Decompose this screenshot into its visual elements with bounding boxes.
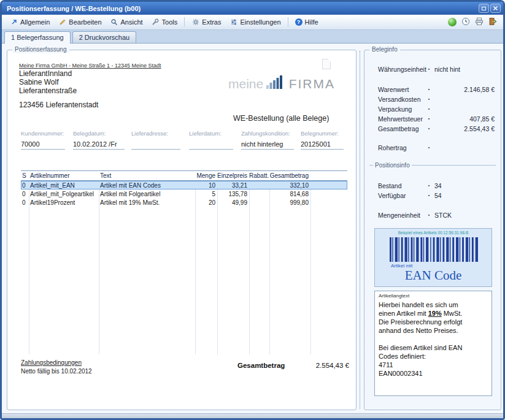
title-bar: Positionserfassung / WE-Bestellung (b00)	[2, 2, 503, 15]
info-value: 407,85 €	[433, 115, 495, 123]
recipient-name: LieferantInnland	[19, 69, 72, 78]
equals-separator: ▪	[425, 213, 433, 217]
cell-einzelpreis: 49,99	[217, 199, 249, 206]
grid-line	[217, 181, 218, 354]
info-label: Versandkosten	[378, 96, 425, 103]
cell-menge: 20	[195, 199, 217, 206]
cell-gesamtbetrag: 999,80	[269, 199, 310, 206]
tab-druckvorschau[interactable]: 2 Druckvorschau	[72, 31, 137, 43]
cell-artikelnummer: Artikel_mit_Folgeartikel	[29, 191, 99, 197]
field-value[interactable]: 10.02.2012 /Fr	[73, 140, 125, 150]
cell-s: 0	[21, 191, 29, 197]
cell-gesamtbetrag: 814,68	[269, 191, 310, 197]
logo-word: meine	[228, 77, 263, 91]
total-value: 2.554,43 €	[280, 362, 349, 369]
positions-table-body: 0 Artikel_mit_EAN Artikel mit EAN Codes …	[21, 181, 347, 207]
equals-separator: ▪	[425, 107, 433, 111]
field-label: Lieferadresse:	[131, 130, 180, 137]
restore-button[interactable]	[479, 4, 489, 13]
field-label: Lieferdatum:	[189, 130, 233, 137]
langtext-line: Codes definiert:	[379, 352, 488, 361]
menu-separator	[288, 17, 288, 27]
recipient-street: Lieferantenstraße	[19, 86, 77, 95]
field-kundennummer: Kundennummer: 70000	[21, 130, 65, 150]
info-value: 2.554,43 €	[433, 125, 495, 132]
col-header-rabatt: Rabatt.	[249, 172, 269, 179]
info-value: nicht hint	[433, 66, 495, 73]
exit-button[interactable]	[488, 17, 497, 27]
info-row-versandkosten: Versandkosten ▪	[378, 95, 495, 103]
panel-separator	[360, 51, 360, 409]
equals-separator: ▪	[425, 67, 433, 71]
info-value: 54	[433, 192, 495, 199]
allgemein-arrow-icon	[10, 18, 18, 26]
cell-menge: 5	[195, 191, 217, 197]
print-button[interactable]	[475, 17, 484, 27]
col-header-menge: Menge	[195, 172, 217, 179]
table-row-selected[interactable]: 0 Artikel_mit_EAN Artikel mit EAN Codes …	[21, 181, 347, 189]
cell-artikelnummer: Artikel19Prozent	[29, 199, 99, 206]
cell-text: Artikel mit EAN Codes	[99, 182, 195, 189]
menu-extras[interactable]: Extras	[187, 17, 225, 28]
langtext-segment: MwSt.	[442, 310, 463, 317]
page-corner-icon	[322, 59, 331, 69]
zahlungsbedingungen-text: Netto fällig bis 10.02.2012	[21, 368, 92, 375]
menu-label: Bearbeiten	[69, 18, 101, 26]
zahlungsbedingungen-link[interactable]: Zahlungsbedingungen	[21, 359, 82, 366]
langtext-line: 4711	[379, 361, 488, 369]
status-globe-icon[interactable]	[448, 18, 457, 26]
info-value: STCK	[433, 212, 495, 219]
col-header-artikelnummer: Artikelnummer	[29, 172, 99, 179]
recipient-contact: Sabine Wolf	[19, 78, 58, 86]
sliders-icon	[229, 18, 237, 26]
grid-line	[195, 181, 196, 354]
clock-button[interactable]	[461, 17, 470, 27]
langtext-line: Die Preisberechnung erfolgt	[379, 318, 488, 326]
field-value[interactable]	[131, 140, 180, 150]
info-label: Bestand	[378, 182, 425, 189]
tab-belegerfassung[interactable]: 1 Belegerfassung	[4, 31, 71, 44]
langtext-line: EAN00002341	[379, 369, 488, 378]
grid-line	[249, 181, 250, 354]
groupbox-legend: Beleginfo	[369, 46, 400, 53]
magnifier-icon	[110, 18, 118, 26]
info-row-verpackung: Verpackung ▪	[378, 105, 495, 113]
toolbar-right	[448, 17, 499, 27]
langtext-emphasis: 19%	[428, 310, 442, 317]
info-label: Mengeneinheit	[378, 212, 425, 219]
langtext-line: einen Artikel mit 19% MwSt.	[379, 309, 488, 318]
positionsinfo-divider: Positionsinfo	[369, 162, 496, 169]
field-value[interactable]	[189, 140, 233, 150]
field-belegnummer: Belegnummer: 20125001	[301, 130, 344, 150]
grid-line	[310, 181, 311, 354]
menu-einstellungen[interactable]: Einstellungen	[225, 17, 285, 28]
grid-line	[269, 181, 270, 354]
menu-label: Allgemein	[20, 18, 50, 26]
field-value[interactable]: 20125001	[301, 140, 344, 150]
equals-separator: ▪	[425, 183, 433, 188]
menu-bearbeiten[interactable]: Bearbeiten	[54, 17, 106, 28]
pencil-icon	[58, 18, 66, 26]
menu-ansicht[interactable]: Ansicht	[106, 17, 147, 28]
tab-strip: 1 Belegerfassung 2 Druckvorschau	[2, 30, 503, 44]
grid-line	[29, 181, 29, 354]
table-row[interactable]: 0 Artikel_mit_Folgeartikel Artikel mit F…	[21, 189, 347, 198]
menu-label: Extras	[202, 18, 221, 26]
menu-label: Tools	[162, 18, 178, 26]
window-title: Positionserfassung / WE-Bestellung (b00)	[7, 5, 477, 12]
table-row[interactable]: 0 Artikel19Prozent Artikel mit 19% MwSt.…	[21, 198, 347, 207]
field-label: Zahlungskondition:	[241, 130, 294, 137]
langtext-segment: einen Artikel mit	[379, 310, 428, 317]
langtext-line: Bei diesem Artikel sind EAN	[379, 343, 488, 352]
close-button[interactable]	[490, 4, 501, 13]
col-header-s: S	[21, 172, 29, 179]
info-label: Mehrwertsteuer	[378, 115, 425, 123]
equals-separator: ▪	[425, 145, 433, 150]
menu-allgemein[interactable]: Allgemein	[6, 17, 54, 28]
info-row-mengeneinheit: Mengeneinheit ▪ STCK	[378, 211, 495, 219]
field-value[interactable]: nicht hinterleg	[241, 140, 294, 150]
field-value[interactable]: 70000	[21, 140, 65, 150]
menu-hilfe[interactable]: ? Hilfe	[291, 17, 323, 27]
menu-tools[interactable]: Tools	[147, 17, 182, 28]
equals-separator: ▪	[425, 97, 433, 101]
